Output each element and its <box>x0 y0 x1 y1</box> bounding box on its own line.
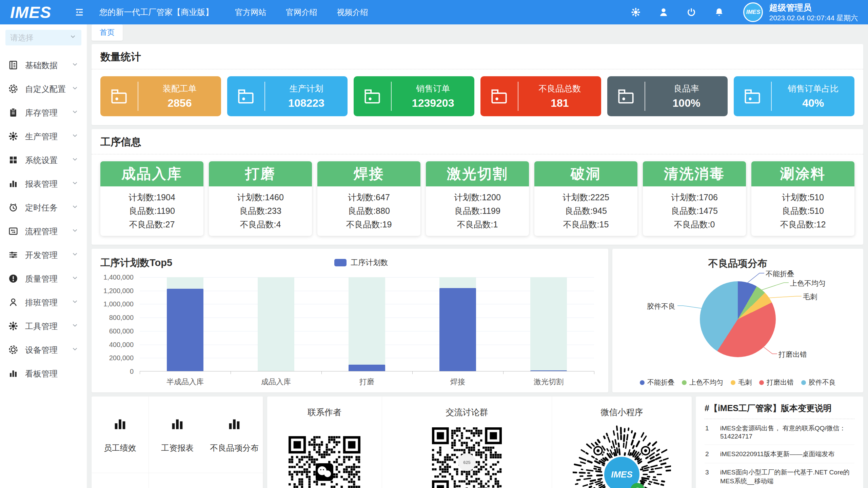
y-tick-label: 1,000,000 <box>103 300 134 308</box>
chevron-down-icon <box>71 274 79 284</box>
sidebar-item[interactable]: 生产管理 <box>0 125 87 148</box>
sidebar-item-label: 开发管理 <box>25 250 71 261</box>
flow-icon <box>8 226 19 237</box>
report-shortcut[interactable]: 员工绩效 <box>92 396 149 473</box>
bar-chart-legend[interactable]: 工序计划数 <box>334 258 388 268</box>
stat-card[interactable]: 良品率 100% <box>607 76 728 116</box>
process-card: 激光切割 计划数:1200 良品数:1199 不良品数:1 <box>426 161 529 236</box>
stat-card-label: 装配工单 <box>138 83 221 94</box>
process-card: 涮涂料 计划数:510 良品数:510 不良品数:12 <box>751 161 854 236</box>
pie-chart <box>700 281 776 357</box>
folder-icon <box>227 86 264 107</box>
folder-icon <box>607 86 645 107</box>
process-panel: 工序信息 成品入库 计划数:1904 良品数:1190 不良品数:27 <box>92 129 863 245</box>
chevron-down-icon <box>71 298 79 307</box>
process-bad-count: 不良品数:0 <box>643 218 746 231</box>
stat-card-value: 40% <box>772 97 854 109</box>
stat-card[interactable]: 销售订单占比 40% <box>734 76 854 116</box>
process-card-title: 打磨 <box>209 161 312 186</box>
chevron-down-icon <box>71 345 79 355</box>
user-icon[interactable] <box>658 6 669 18</box>
tab-home[interactable]: 首页 <box>92 24 123 41</box>
sidebar-item[interactable]: 库存管理 <box>0 101 87 125</box>
bar-chart-icon <box>112 416 128 433</box>
stat-card-label: 生产计划 <box>265 83 348 94</box>
pie-legend-item[interactable]: 打磨出错 <box>759 378 794 387</box>
process-bad-count: 不良品数:19 <box>317 218 420 231</box>
sidebar-item[interactable]: 流程管理 <box>0 220 87 243</box>
legend-dot <box>731 380 735 385</box>
changelog-row-number: 1 <box>705 425 720 432</box>
sidebar-item[interactable]: 工具管理 <box>0 314 87 338</box>
nav-link[interactable]: 视频介绍 <box>337 7 368 18</box>
stats-panel: 数量统计 装配工单 2856 <box>92 44 863 125</box>
stat-card[interactable]: 装配工单 2856 <box>100 76 221 116</box>
report-shortcut[interactable]: 工资报表 <box>149 396 206 473</box>
nav-link[interactable]: 官网介绍 <box>286 7 317 18</box>
x-tick-label: 半成品入库 <box>140 377 231 387</box>
bar-chart-title: 工序计划数Top5 <box>100 256 172 270</box>
sidebar-item[interactable]: 质量管理 <box>0 267 87 291</box>
pie-slice-label: 不能折叠 <box>766 269 794 279</box>
sidebar-item[interactable]: 报表管理 <box>0 172 87 196</box>
sidebar-item[interactable]: 自定义配置 <box>0 77 87 101</box>
person-icon <box>8 297 19 308</box>
bar-chart-plot <box>140 277 594 371</box>
pie-chart-panel: 不良品项分布 不能折叠上色不均匀毛刺打磨出错胶件不良 <box>612 249 863 392</box>
chevron-down-icon <box>71 322 79 331</box>
sidebar-item[interactable]: 看板管理 <box>0 362 87 386</box>
stat-card[interactable]: 生产计划 108223 <box>227 76 348 116</box>
changelog-row-text: iMES面向小型工厂的新一代基于.NET Core的MES系统__移动端 <box>720 468 854 486</box>
gear-icon <box>8 131 19 142</box>
report-shortcut[interactable]: 不良品项汇总 <box>92 473 149 488</box>
stats-section-title: 数量统计 <box>92 44 863 69</box>
sidebar-item[interactable]: 定时任务 <box>0 196 87 220</box>
menu-fold-icon[interactable] <box>74 6 85 18</box>
bar-chart-icon <box>226 416 242 433</box>
report-shortcut[interactable]: 产量统计 <box>206 473 263 488</box>
avatar[interactable]: IMES <box>743 2 763 22</box>
sidebar-item-label: 质量管理 <box>25 273 71 284</box>
sidebar-item[interactable]: 系统设置 <box>0 148 87 172</box>
pie-legend-item[interactable]: 毛刺 <box>731 378 752 387</box>
contact-qr-code <box>289 436 360 488</box>
process-good-count: 良品数:233 <box>209 204 312 218</box>
chevron-down-icon <box>71 227 79 236</box>
bar-chart-icon <box>8 179 19 189</box>
bar-打磨 <box>349 365 385 371</box>
sidebar-item-label: 基础数据 <box>25 60 71 71</box>
stat-card[interactable]: 销售订单 1239203 <box>354 76 474 116</box>
sidebar-item[interactable]: 设备管理 <box>0 338 87 362</box>
y-tick-label: 0 <box>130 368 134 375</box>
process-card-title: 涮涂料 <box>751 161 854 186</box>
report-shortcut[interactable]: 不良品项分布 <box>206 396 263 473</box>
stat-card-value: 181 <box>518 97 601 109</box>
pie-slice-label: 胶件不良 <box>647 302 675 311</box>
pie-legend-item[interactable]: 胶件不良 <box>801 378 836 387</box>
report-shortcut[interactable]: 生产报表 <box>149 473 206 488</box>
pie-legend-item[interactable]: 上色不均匀 <box>682 378 723 387</box>
header-nav: 官方网站官网介绍视频介绍 <box>235 7 368 18</box>
process-card: 打磨 计划数:1460 良品数:233 不良品数:4 <box>209 161 312 236</box>
sidebar-item[interactable]: 基础数据 <box>0 54 87 77</box>
sidebar-item[interactable]: 排班管理 <box>0 291 87 314</box>
tab-bar: 首页 <box>87 24 868 43</box>
y-tick-label: 200,000 <box>109 354 134 362</box>
pie-legend-label: 打磨出错 <box>767 378 794 387</box>
process-good-count: 良品数:880 <box>317 204 420 218</box>
sidebar-item[interactable]: 开发管理 <box>0 243 87 267</box>
pie-legend-label: 上色不均匀 <box>689 378 723 387</box>
gear-outline-icon <box>8 84 19 95</box>
pie-legend-item[interactable]: 不能折叠 <box>640 378 674 387</box>
stat-card[interactable]: 不良品总数 181 <box>480 76 601 116</box>
chevron-down-icon <box>71 156 79 165</box>
bell-icon[interactable] <box>713 6 725 18</box>
power-icon[interactable] <box>686 6 697 18</box>
process-plan-count: 计划数:1904 <box>100 190 203 204</box>
process-card-title: 破洞 <box>534 161 637 186</box>
changelog-row: 2 iMES20220911版本更新——桌面端发布 <box>705 445 854 463</box>
nav-link[interactable]: 官方网站 <box>235 7 266 18</box>
report-shortcut-label: 不良品项分布 <box>210 443 259 453</box>
gear-icon[interactable] <box>630 6 642 18</box>
sidebar-select[interactable]: 请选择 <box>5 30 81 45</box>
